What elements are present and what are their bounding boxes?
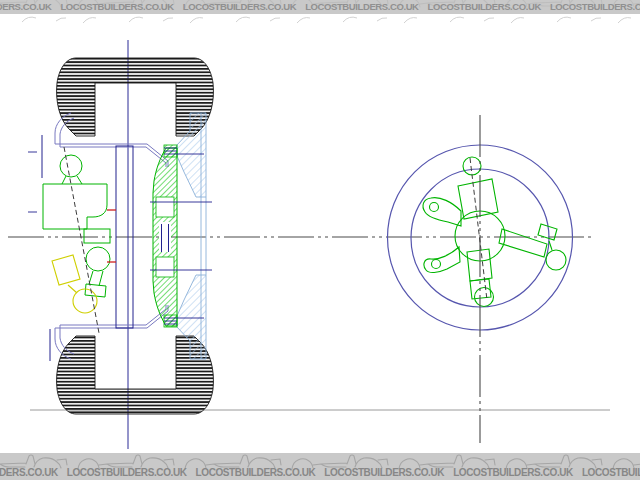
upright-front-view <box>388 115 573 443</box>
leader-lines <box>28 148 212 324</box>
caliper-lug-upper <box>423 198 461 226</box>
cad-canvas <box>0 0 640 480</box>
red-markers <box>107 210 116 262</box>
top-watermark-banner <box>0 0 640 23</box>
ghost-car-remnants <box>0 17 640 23</box>
kingpin-axis <box>64 147 99 333</box>
upright-section <box>43 155 110 297</box>
front-kingpin-axis <box>470 158 487 300</box>
wheel-section-view <box>28 40 213 449</box>
rim-face-sections <box>177 113 206 359</box>
hub-section <box>153 145 177 327</box>
trackrod-end-front <box>546 250 566 270</box>
upper-balljoint <box>60 155 82 177</box>
rim-profile <box>55 113 168 359</box>
steering-arm <box>499 229 547 257</box>
cad-screenshot: LOCOSTBUILDERS.CO.UK LOCOSTBUILDERS.CO.U… <box>0 0 640 480</box>
bottom-watermark-banner <box>0 453 640 480</box>
caliper-lug-lower <box>424 247 460 273</box>
upper-balljoint-front <box>463 157 481 175</box>
hub-nose <box>86 247 110 271</box>
